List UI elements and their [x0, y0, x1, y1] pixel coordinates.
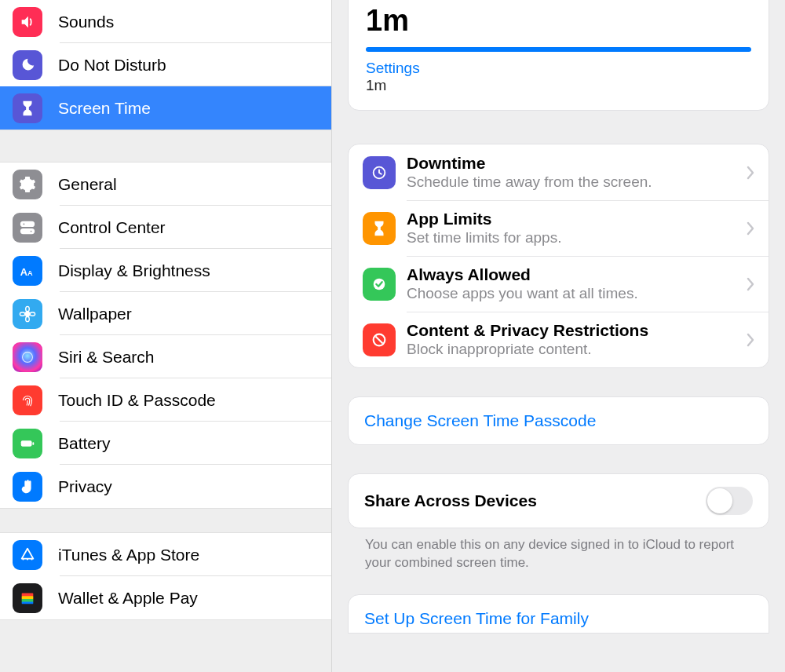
usage-category-time: 1m — [366, 77, 751, 94]
sidebar-label: Battery — [58, 434, 111, 453]
speaker-icon — [13, 7, 42, 37]
sidebar-label: Wallet & Apple Pay — [58, 589, 198, 608]
svg-point-8 — [26, 316, 30, 321]
option-sub: Choose apps you want at all times. — [407, 285, 747, 302]
option-title: Always Allowed — [407, 265, 747, 284]
change-passcode-card: Change Screen Time Passcode — [348, 396, 769, 445]
share-label: Share Across Devices — [364, 491, 537, 510]
appstore-icon — [13, 540, 42, 570]
fingerprint-icon — [13, 385, 42, 415]
no-entry-icon — [363, 323, 396, 356]
sidebar-label: Wallpaper — [58, 305, 132, 323]
chevron-right-icon — [747, 277, 754, 291]
sidebar-label: Siri & Search — [58, 348, 155, 367]
svg-point-10 — [30, 312, 35, 316]
hourglass-icon — [363, 212, 396, 245]
svg-point-9 — [20, 312, 24, 316]
hand-icon — [13, 472, 42, 502]
option-title: App Limits — [407, 210, 747, 228]
usage-bar — [366, 47, 751, 52]
sidebar-item-controlcenter[interactable]: Control Center — [0, 206, 331, 249]
sidebar-label: Sounds — [58, 13, 114, 31]
sidebar-item-battery[interactable]: Battery — [0, 422, 331, 465]
sidebar-group-1: Sounds Do Not Disturb Screen Time — [0, 0, 331, 130]
sidebar-item-screentime[interactable]: Screen Time — [0, 86, 331, 130]
sidebar-label: iTunes & App Store — [58, 546, 199, 564]
option-restrictions[interactable]: Content & Privacy Restrictions Block ina… — [349, 312, 769, 367]
sidebar-item-general[interactable]: General — [0, 163, 331, 206]
sidebar-item-privacy[interactable]: Privacy — [0, 465, 331, 508]
option-sub: Set time limits for apps. — [407, 229, 747, 247]
share-toggle[interactable] — [706, 487, 753, 515]
siri-icon — [13, 342, 42, 372]
usage-summary-card[interactable]: 1m Settings 1m — [348, 0, 769, 111]
svg-text:A: A — [20, 265, 27, 277]
option-sub: Schedule time away from the screen. — [407, 173, 747, 191]
option-title: Downtime — [407, 154, 747, 173]
sidebar-item-dnd[interactable]: Do Not Disturb — [0, 43, 331, 86]
chevron-right-icon — [747, 221, 754, 236]
sidebar-item-wallpaper[interactable]: Wallpaper — [0, 292, 331, 335]
text-size-icon: AA — [13, 256, 42, 286]
svg-rect-13 — [32, 442, 34, 445]
check-seal-icon — [363, 268, 396, 301]
moon-icon — [13, 50, 42, 80]
usage-total: 1m — [366, 4, 751, 38]
svg-point-16 — [31, 558, 32, 560]
option-sub: Block inappropriate content. — [407, 341, 747, 358]
svg-point-7 — [26, 306, 30, 311]
svg-point-11 — [23, 352, 33, 362]
family-card: Set Up Screen Time for Family — [348, 594, 769, 634]
option-applimits[interactable]: App Limits Set time limits for apps. — [349, 200, 769, 256]
share-across-devices-row: Share Across Devices — [349, 474, 769, 528]
chevron-right-icon — [747, 166, 754, 180]
chevron-right-icon — [747, 333, 754, 347]
settings-sidebar: Sounds Do Not Disturb Screen Time Genera… — [0, 0, 332, 672]
wallet-icon — [13, 583, 42, 613]
change-passcode-link[interactable]: Change Screen Time Passcode — [349, 397, 769, 444]
sidebar-item-wallet[interactable]: Wallet & Apple Pay — [0, 576, 331, 619]
sidebar-label: Screen Time — [58, 99, 151, 118]
sidebar-label: Do Not Disturb — [58, 56, 166, 75]
sidebar-label: Display & Brightness — [58, 261, 210, 280]
sidebar-label: Privacy — [58, 477, 112, 496]
gear-icon — [13, 170, 42, 199]
sidebar-group-2: General Control Center AA Display & Brig… — [0, 162, 331, 509]
screentime-detail: 1m Settings 1m Downtime Schedule time aw… — [332, 0, 785, 672]
share-footer-note: You can enable this on any device signed… — [348, 528, 769, 572]
svg-point-1 — [23, 222, 26, 225]
svg-point-14 — [27, 558, 28, 560]
svg-point-15 — [22, 558, 24, 560]
sidebar-item-sounds[interactable]: Sounds — [0, 0, 331, 43]
battery-icon — [13, 429, 42, 458]
svg-point-6 — [25, 312, 30, 316]
usage-category-label: Settings — [366, 60, 751, 77]
sidebar-item-touchid[interactable]: Touch ID & Passcode — [0, 378, 331, 422]
sidebar-group-3: iTunes & App Store Wallet & Apple Pay — [0, 532, 331, 620]
setup-family-link[interactable]: Set Up Screen Time for Family — [349, 595, 769, 633]
switches-icon — [13, 213, 42, 243]
flower-icon — [13, 299, 42, 329]
sidebar-item-display[interactable]: AA Display & Brightness — [0, 249, 331, 292]
clock-icon — [363, 156, 396, 189]
option-title: Content & Privacy Restrictions — [407, 321, 747, 340]
hourglass-icon — [13, 93, 42, 123]
svg-point-3 — [30, 229, 33, 232]
svg-rect-12 — [21, 440, 32, 446]
svg-text:A: A — [27, 268, 33, 276]
sidebar-item-siri[interactable]: Siri & Search — [0, 335, 331, 378]
screentime-options-card: Downtime Schedule time away from the scr… — [348, 144, 769, 368]
sidebar-label: Control Center — [58, 218, 166, 237]
svg-rect-20 — [22, 601, 34, 604]
sidebar-label: General — [58, 175, 117, 194]
sidebar-item-itunes[interactable]: iTunes & App Store — [0, 533, 331, 576]
share-across-devices-card: Share Across Devices — [348, 473, 769, 528]
option-alwaysallowed[interactable]: Always Allowed Choose apps you want at a… — [349, 256, 769, 312]
sidebar-label: Touch ID & Passcode — [58, 391, 216, 410]
option-downtime[interactable]: Downtime Schedule time away from the scr… — [349, 144, 769, 200]
svg-line-24 — [375, 336, 382, 343]
